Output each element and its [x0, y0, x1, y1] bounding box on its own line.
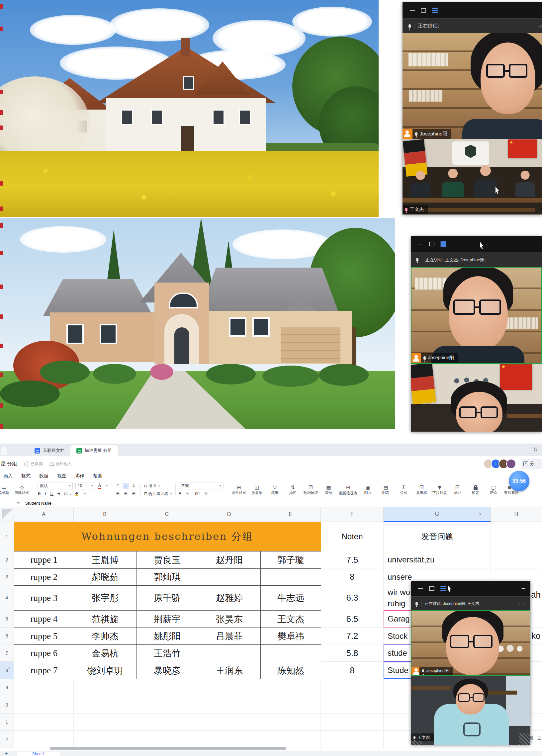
horizontal-scrollbar[interactable] — [50, 747, 286, 750]
row-header-7[interactable]: 7 — [0, 644, 14, 662]
note-cell[interactable]: 7.5 — [321, 551, 384, 568]
menu-item-格式[interactable]: 格式 — [21, 473, 31, 479]
table-cell[interactable] — [198, 644, 261, 662]
cell[interactable] — [74, 714, 136, 731]
table-cell[interactable]: ruppe 1 — [14, 551, 74, 569]
cell[interactable] — [136, 714, 198, 731]
minimize-icon[interactable] — [418, 244, 423, 244]
cell[interactable] — [321, 714, 384, 731]
strikethrough-button[interactable]: S — [57, 491, 60, 496]
restore-icon[interactable] — [421, 8, 426, 13]
cell[interactable] — [321, 731, 384, 748]
comment-button[interactable]: 评论 — [485, 485, 502, 495]
dropdown-list-button[interactable]: ▼下拉列表 — [431, 485, 448, 495]
table-cell[interactable]: 王胤博 — [74, 551, 136, 569]
cell[interactable] — [260, 679, 321, 696]
table-cell[interactable] — [198, 568, 261, 586]
column-header-H[interactable]: H — [491, 507, 542, 522]
cell[interactable] — [321, 696, 384, 714]
column-header-C[interactable]: C — [136, 507, 198, 522]
window-titlebar[interactable]: ☰ — [411, 581, 530, 596]
table-cell[interactable]: 牛志远 — [260, 585, 321, 611]
row-header-6[interactable]: 6 — [0, 628, 14, 644]
video-tile-presenter[interactable]: Josephine阳 — [403, 33, 542, 139]
todo-button[interactable]: ☑待办 — [449, 485, 466, 495]
cell[interactable] — [198, 731, 260, 748]
row-header-3[interactable]: 3 — [0, 568, 14, 585]
table-cell[interactable]: 樊卓祎 — [260, 628, 321, 645]
halign-left-button[interactable]: ☰ — [115, 491, 121, 497]
halign-right-button[interactable]: ☰ — [131, 491, 137, 497]
avatar[interactable] — [506, 459, 516, 469]
cell[interactable] — [74, 679, 136, 696]
chart-button[interactable]: ▤图表 — [377, 485, 395, 495]
noten-header-cell[interactable]: Noten — [321, 522, 384, 551]
share-button[interactable]: ↗ 分 — [521, 459, 542, 469]
cell[interactable] — [14, 679, 74, 696]
column-header-F[interactable]: F — [321, 507, 384, 522]
video-tile-presenter[interactable]: Josephine阳 — [411, 267, 542, 364]
table-cell[interactable]: 荆薪宇 — [136, 610, 198, 628]
table-cell[interactable]: 贾良玉 — [136, 551, 198, 569]
note-cell[interactable]: 6.5 — [321, 610, 384, 628]
table-cell[interactable]: ruppe 6 — [14, 644, 74, 662]
halign-center-button[interactable]: ☰ — [123, 491, 129, 497]
cell[interactable] — [14, 714, 74, 731]
note-cell[interactable]: 6.3 — [321, 585, 384, 610]
pronunciation-header-cell[interactable]: 发音问题 — [384, 522, 491, 551]
table-cell[interactable]: 王文杰 — [260, 610, 321, 628]
tab-sheet-active[interactable]: 描述房屋 分组 — [70, 445, 118, 456]
cell[interactable] — [14, 696, 74, 714]
menu-item-视图[interactable]: 视图 — [57, 473, 66, 479]
format-painter-button[interactable]: ▭格式刷 — [0, 485, 13, 495]
freeze-button[interactable]: ▦冻结 — [320, 485, 337, 495]
resize-grip[interactable] — [519, 733, 530, 745]
expand-rows-icon2[interactable]: ↙ — [5, 670, 7, 673]
restore-icon[interactable] — [429, 586, 434, 591]
collaborator-avatars[interactable]: i — [486, 459, 516, 469]
cell[interactable] — [491, 551, 542, 568]
restore-icon[interactable] — [429, 242, 434, 246]
note-cell[interactable]: 5.8 — [321, 644, 384, 662]
menu-item-协作[interactable]: 协作 — [75, 473, 84, 479]
table-cell[interactable]: 郭子璇 — [260, 551, 321, 569]
minimize-icon[interactable] — [418, 588, 423, 589]
table-cell[interactable]: 赵雅婷 — [198, 585, 261, 611]
image-button[interactable]: ▣图片 — [359, 485, 377, 495]
formula-button[interactable]: Σ公式 — [395, 485, 412, 495]
table-title-cell[interactable]: Wohnungen beschreiben 分组 — [14, 522, 321, 551]
cell[interactable] — [198, 696, 260, 714]
table-cell[interactable]: 王润东 — [198, 662, 261, 679]
video-tile-presenter[interactable]: Josephine阳 — [411, 610, 530, 676]
table-cell[interactable]: 吕晨菲 — [198, 628, 261, 645]
fill-color-button[interactable]: ◆ — [75, 491, 78, 496]
table-cell[interactable]: 暴晓彦 — [136, 662, 198, 679]
row-header-5[interactable]: 5 — [0, 610, 14, 628]
valign-bottom-button[interactable]: ↧ — [131, 483, 137, 489]
table-cell[interactable]: 原千骄 — [136, 585, 198, 611]
minimize-icon[interactable] — [410, 10, 415, 11]
table-cell[interactable]: 姚彤阳 — [136, 628, 198, 645]
table-cell[interactable]: 范祺旋 — [74, 610, 136, 628]
font-size-select[interactable]: 10▾ — [75, 482, 95, 489]
cell[interactable] — [136, 696, 198, 714]
menu-item-插入[interactable]: 插入 — [3, 473, 13, 479]
list-menu-icon[interactable]: ☰ — [537, 736, 541, 741]
cell[interactable] — [136, 731, 198, 748]
note-cell[interactable]: 7.2 — [321, 628, 384, 644]
clear-format-button[interactable]: ◇清除格式 — [13, 485, 31, 495]
issue-cell[interactable]: universität,zu — [384, 551, 491, 568]
table-cell[interactable]: ruppe 3 — [14, 585, 74, 611]
row-header-10[interactable]: 0 — [0, 696, 14, 714]
table-cell[interactable]: 王浩竹 — [136, 644, 198, 662]
row-header-4[interactable]: 4 — [0, 585, 14, 610]
cell[interactable] — [14, 731, 74, 748]
window-titlebar[interactable] — [403, 2, 542, 18]
notify-label[interactable]: 通知他人 — [55, 461, 71, 467]
menu-item-帮助[interactable]: 帮助 — [93, 473, 102, 479]
checkbox-button[interactable]: ☑复选框 — [413, 485, 430, 495]
add-sheet-button[interactable]: + — [5, 751, 8, 756]
video-call-window-1[interactable]: 正在讲话: ◁) Josephine阳 — [403, 2, 542, 214]
table-cell[interactable]: 赵丹阳 — [198, 551, 261, 569]
column-header-A[interactable]: A — [14, 507, 74, 522]
